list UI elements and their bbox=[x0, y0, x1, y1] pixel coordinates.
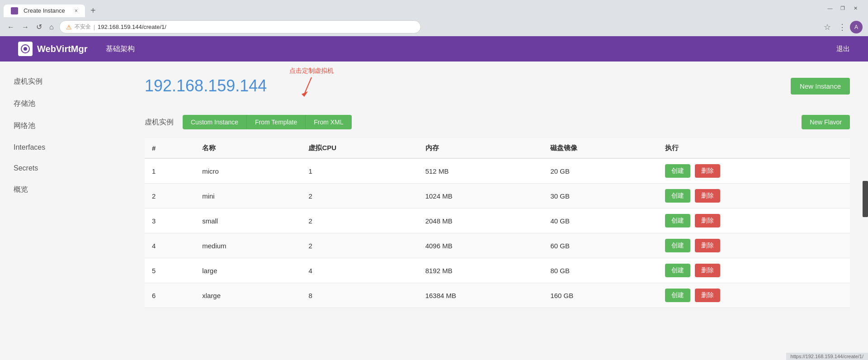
sidebar-item-overview[interactable]: 概览 bbox=[0, 179, 127, 201]
instance-controls: 虚机实例 Custom Instance From Template From … bbox=[145, 115, 850, 129]
cell-num: 2 bbox=[145, 184, 195, 208]
scrollbar[interactable] bbox=[863, 181, 868, 217]
flavor-table: # 名称 虚拟CPU 内存 磁盘镜像 执行 1 micro 1 512 MB 2… bbox=[145, 138, 850, 308]
cell-actions: 创建 删除 bbox=[658, 258, 850, 283]
window-close-btn[interactable]: ✕ bbox=[852, 5, 859, 12]
table-body: 1 micro 1 512 MB 20 GB 创建 删除 2 mini 2 10… bbox=[145, 158, 850, 308]
cell-mem: 16384 MB bbox=[418, 283, 543, 308]
cell-actions: 创建 删除 bbox=[658, 158, 850, 184]
cell-disk: 20 GB bbox=[543, 158, 658, 184]
svg-line-2 bbox=[305, 77, 311, 93]
col-name: 名称 bbox=[195, 138, 301, 158]
server-ip: 192.168.159.144 bbox=[145, 76, 267, 95]
cell-mem: 4096 MB bbox=[418, 233, 543, 258]
table-row: 5 large 4 8192 MB 80 GB 创建 删除 bbox=[145, 258, 850, 283]
nav-back-btn[interactable]: ← bbox=[5, 21, 16, 33]
sidebar-item-interfaces[interactable]: Interfaces bbox=[0, 137, 127, 158]
instance-label: 虚机实例 bbox=[145, 118, 174, 127]
cell-name: xlarge bbox=[195, 283, 301, 308]
cell-mem: 512 MB bbox=[418, 158, 543, 184]
tab-close-btn[interactable]: × bbox=[75, 8, 78, 14]
table-row: 3 small 2 2048 MB 40 GB 创建 删除 bbox=[145, 208, 850, 233]
sidebar-item-network-pool[interactable]: 网络池 bbox=[0, 115, 127, 137]
status-bar: https://192.168.159.144/create/1/ bbox=[786, 353, 868, 360]
app-logo: WebVirtMgr bbox=[18, 42, 88, 56]
nav-forward-btn[interactable]: → bbox=[20, 21, 31, 33]
cell-num: 5 bbox=[145, 258, 195, 283]
cell-disk: 160 GB bbox=[543, 283, 658, 308]
custom-instance-btn[interactable]: Custom Instance bbox=[183, 115, 247, 129]
cell-mem: 2048 MB bbox=[418, 208, 543, 233]
new-flavor-btn[interactable]: New Flavor bbox=[802, 115, 850, 129]
cell-disk: 60 GB bbox=[543, 233, 658, 258]
table-header: # 名称 虚拟CPU 内存 磁盘镜像 执行 bbox=[145, 138, 850, 158]
app-title: WebVirtMgr bbox=[37, 44, 88, 54]
col-disk: 磁盘镜像 bbox=[543, 138, 658, 158]
svg-point-1 bbox=[24, 47, 27, 51]
bookmark-icon[interactable]: ☆ bbox=[824, 22, 831, 32]
create-btn[interactable]: 创建 bbox=[665, 189, 690, 203]
from-xml-btn[interactable]: From XML bbox=[306, 115, 351, 129]
cell-vcpu: 4 bbox=[301, 258, 418, 283]
create-btn[interactable]: 创建 bbox=[665, 239, 690, 252]
cell-vcpu: 2 bbox=[301, 233, 418, 258]
browser-tab[interactable]: Create Instance × bbox=[4, 5, 85, 17]
col-mem: 内存 bbox=[418, 138, 543, 158]
create-btn[interactable]: 创建 bbox=[665, 164, 690, 178]
nav-home-btn[interactable]: ⌂ bbox=[47, 21, 56, 33]
content-header: 192.168.159.144 点击定制虚拟机 New Instance bbox=[145, 71, 850, 101]
cell-name: large bbox=[195, 258, 301, 283]
create-btn[interactable]: 创建 bbox=[665, 289, 690, 302]
options-icon[interactable]: ⋮ bbox=[838, 22, 846, 32]
new-instance-btn[interactable]: New Instance bbox=[791, 78, 850, 95]
delete-btn[interactable]: 删除 bbox=[695, 239, 720, 252]
create-btn[interactable]: 创建 bbox=[665, 264, 690, 277]
table-row: 6 xlarge 8 16384 MB 160 GB 创建 删除 bbox=[145, 283, 850, 308]
logo-icon bbox=[18, 42, 33, 56]
sidebar: 虚机实例 存储池 网络池 Interfaces Secrets 概览 bbox=[0, 62, 127, 360]
delete-btn[interactable]: 删除 bbox=[695, 264, 720, 277]
logout-btn[interactable]: 退出 bbox=[836, 45, 850, 53]
col-actions: 执行 bbox=[658, 138, 850, 158]
insecure-label: 不安全 bbox=[75, 23, 91, 31]
app-nav[interactable]: 基础架构 bbox=[106, 44, 135, 54]
cell-disk: 30 GB bbox=[543, 184, 658, 208]
window-maximize-btn[interactable]: ❐ bbox=[839, 5, 846, 12]
address-url: 192.168.159.144/create/1/ bbox=[98, 24, 166, 30]
cell-vcpu: 2 bbox=[301, 208, 418, 233]
sidebar-item-secrets[interactable]: Secrets bbox=[0, 158, 127, 179]
delete-btn[interactable]: 删除 bbox=[695, 289, 720, 302]
cell-vcpu: 2 bbox=[301, 184, 418, 208]
table-row: 1 micro 1 512 MB 20 GB 创建 删除 bbox=[145, 158, 850, 184]
nav-refresh-btn[interactable]: ↺ bbox=[34, 21, 44, 33]
sidebar-item-vm-instances[interactable]: 虚机实例 bbox=[0, 71, 127, 93]
delete-btn[interactable]: 删除 bbox=[695, 214, 720, 227]
col-vcpu: 虚拟CPU bbox=[301, 138, 418, 158]
sidebar-item-storage-pool[interactable]: 存储池 bbox=[0, 93, 127, 115]
cell-disk: 80 GB bbox=[543, 258, 658, 283]
new-tab-btn[interactable]: + bbox=[87, 4, 99, 18]
col-num: # bbox=[145, 138, 195, 158]
instance-btn-group: Custom Instance From Template From XML bbox=[183, 115, 352, 129]
delete-btn[interactable]: 删除 bbox=[695, 189, 720, 203]
annotation-text: 点击定制虚拟机 bbox=[289, 67, 334, 75]
cell-mem: 1024 MB bbox=[418, 184, 543, 208]
cell-actions: 创建 删除 bbox=[658, 233, 850, 258]
tab-title: Create Instance bbox=[24, 7, 71, 14]
cell-num: 6 bbox=[145, 283, 195, 308]
table-row: 4 medium 2 4096 MB 60 GB 创建 删除 bbox=[145, 233, 850, 258]
cell-num: 3 bbox=[145, 208, 195, 233]
cell-disk: 40 GB bbox=[543, 208, 658, 233]
from-template-btn[interactable]: From Template bbox=[247, 115, 306, 129]
profile-btn[interactable]: A bbox=[850, 21, 863, 33]
create-btn[interactable]: 创建 bbox=[665, 214, 690, 227]
delete-btn[interactable]: 删除 bbox=[695, 164, 720, 178]
cell-mem: 8192 MB bbox=[418, 258, 543, 283]
table-row: 2 mini 2 1024 MB 30 GB 创建 删除 bbox=[145, 184, 850, 208]
window-minimize-btn[interactable]: — bbox=[826, 5, 834, 12]
annotation-arrow bbox=[298, 75, 325, 98]
main-content: 192.168.159.144 点击定制虚拟机 New Instance 虚机实… bbox=[127, 62, 868, 360]
address-bar[interactable]: ⚠ 不安全 | 192.168.159.144/create/1/ bbox=[59, 20, 421, 33]
logo-svg bbox=[20, 44, 30, 54]
cell-name: mini bbox=[195, 184, 301, 208]
